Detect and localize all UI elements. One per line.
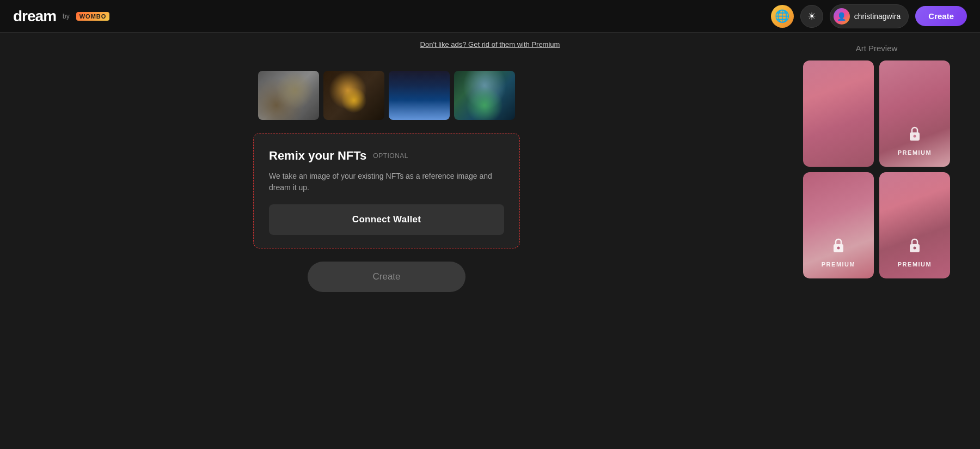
art-card-2[interactable]: PREMIUM (879, 60, 950, 167)
header-logo: dream by WOMBO (13, 8, 109, 25)
left-panel: Remix your NFTs OPTIONAL We take an imag… (0, 33, 773, 449)
thumbnails-row (258, 71, 515, 120)
svg-point-5 (914, 247, 916, 250)
premium-label-4: PREMIUM (898, 261, 932, 268)
connect-wallet-button[interactable]: Connect Wallet (269, 204, 504, 235)
premium-label-2: PREMIUM (898, 149, 932, 156)
header-create-button[interactable]: Create (915, 6, 967, 26)
sun-icon: ☀ (807, 10, 816, 22)
svg-point-1 (914, 135, 916, 138)
avatar: 👤 (834, 8, 850, 25)
user-profile-button[interactable]: 👤 christinagwira (830, 4, 909, 28)
thumbnail-3[interactable] (389, 71, 450, 120)
lock-icon-2 (907, 125, 922, 146)
premium-label-3: PREMIUM (822, 261, 855, 268)
globe-icon: 🌐 (775, 9, 789, 23)
thumbnail-1[interactable] (258, 71, 319, 120)
art-preview-title: Art Preview (856, 44, 898, 53)
header: dream by WOMBO 🌐 ☀ 👤 christinagwira Crea… (0, 0, 980, 33)
nft-header: Remix your NFTs OPTIONAL (269, 149, 504, 163)
logo-dream: dream (13, 8, 56, 25)
lock-icon-4 (907, 236, 922, 258)
art-card-1[interactable] (803, 60, 874, 167)
create-bottom-button[interactable]: Create (308, 262, 465, 292)
ad-banner-link[interactable]: Don't like ads? Get rid of them with Pre… (420, 40, 560, 48)
lock-icon-3 (831, 236, 846, 258)
header-actions: 🌐 ☀ 👤 christinagwira Create (771, 4, 967, 28)
art-card-4[interactable]: PREMIUM (879, 172, 950, 278)
globe-button[interactable]: 🌐 (771, 5, 794, 28)
art-preview-grid: PREMIUM PREMIUM (803, 60, 950, 278)
art-card-3[interactable]: PREMIUM (803, 172, 874, 278)
optional-badge: OPTIONAL (373, 152, 408, 160)
theme-toggle-button[interactable]: ☀ (800, 5, 823, 28)
main-content: Don't like ads? Get rid of them with Pre… (0, 33, 980, 449)
wombo-badge: WOMBO (76, 12, 110, 21)
right-panel: Art Preview PREMIUM (773, 33, 980, 449)
nft-remix-box: Remix your NFTs OPTIONAL We take an imag… (253, 133, 520, 248)
username-label: christinagwira (854, 12, 901, 21)
thumbnail-4[interactable] (454, 71, 515, 120)
avatar-icon: 👤 (837, 12, 846, 21)
ad-banner: Don't like ads? Get rid of them with Pre… (420, 39, 560, 49)
nft-title: Remix your NFTs (269, 149, 366, 163)
nft-description: We take an image of your existing NFTs a… (269, 171, 504, 193)
thumbnail-2[interactable] (323, 71, 384, 120)
svg-point-3 (837, 247, 840, 250)
logo-by: by (63, 13, 70, 20)
